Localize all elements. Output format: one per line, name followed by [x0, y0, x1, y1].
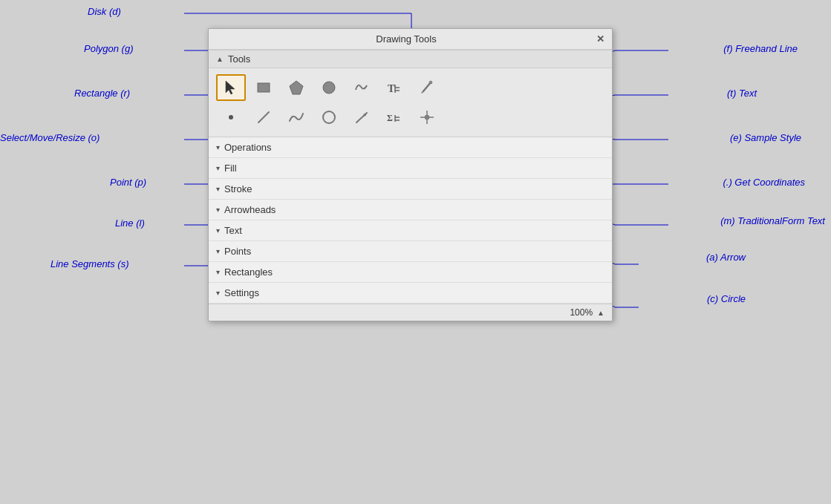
- panel-item-stroke[interactable]: ▾ Stroke: [209, 179, 612, 200]
- label-rectangle: Rectangle (r): [74, 88, 130, 99]
- panel-item-points[interactable]: ▾ Points: [209, 241, 612, 262]
- arrowheads-arrow: ▾: [216, 206, 220, 214]
- operations-label: Operations: [224, 142, 272, 153]
- svg-line-40: [258, 112, 269, 122]
- toolbar-row-2: Σ: [216, 104, 604, 131]
- svg-rect-29: [258, 83, 270, 92]
- svg-point-41: [323, 111, 335, 123]
- disk-tool[interactable]: [314, 74, 344, 101]
- label-traditional-form-text: (m) TraditionalForm Text: [720, 215, 825, 226]
- label-line: Line (l): [115, 217, 145, 229]
- toolbar-area: T: [209, 68, 612, 137]
- svg-text:Σ: Σ: [387, 113, 393, 123]
- label-disk: Disk (d): [88, 6, 121, 17]
- get-coordinates-tool[interactable]: [412, 104, 442, 131]
- label-point: Point (p): [110, 177, 146, 188]
- text-label: Text: [224, 225, 242, 236]
- arrow-tool[interactable]: [347, 104, 377, 131]
- settings-label: Settings: [224, 287, 259, 298]
- tools-section-header[interactable]: ▲ Tools: [209, 50, 612, 68]
- circle-tool[interactable]: [314, 104, 344, 131]
- drawing-tools-dialog: Drawing Tools ✕ ▲ Tools: [208, 28, 613, 321]
- panel-item-text[interactable]: ▾ Text: [209, 220, 612, 241]
- toolbar-row-1: T: [216, 74, 604, 101]
- panel-items: ▾ Operations ▾ Fill ▾ Stroke ▾ Arrowhead…: [209, 137, 612, 304]
- svg-marker-28: [226, 81, 235, 94]
- label-line-segments: Line Segments (s): [50, 258, 129, 269]
- svg-text:T: T: [388, 83, 395, 94]
- dialog-titlebar: Drawing Tools ✕: [209, 29, 612, 50]
- panel-item-rectangles[interactable]: ▾ Rectangles: [209, 262, 612, 283]
- dialog-title: Drawing Tools: [216, 33, 596, 45]
- fill-label: Fill: [224, 163, 237, 174]
- rectangles-label: Rectangles: [224, 266, 273, 278]
- label-freehand-line: (f) Freehand Line: [723, 43, 798, 54]
- label-text-tool: (t) Text: [727, 88, 757, 99]
- stroke-arrow: ▾: [216, 185, 220, 193]
- line-tool[interactable]: [249, 104, 278, 131]
- rectangles-arrow: ▾: [216, 268, 220, 276]
- sample-style-tool[interactable]: [412, 74, 442, 101]
- dialog-footer: 100% ▲: [209, 304, 612, 321]
- label-sample-style: (e) Sample Style: [730, 132, 801, 143]
- freehand-line-tool[interactable]: [347, 74, 377, 101]
- point-tool[interactable]: [216, 104, 246, 131]
- panel-item-arrowheads[interactable]: ▾ Arrowheads: [209, 200, 612, 220]
- svg-point-38: [429, 81, 432, 84]
- svg-point-39: [229, 115, 233, 120]
- operations-arrow: ▾: [216, 143, 220, 151]
- arrowheads-label: Arrowheads: [224, 204, 276, 215]
- traditional-form-text-tool[interactable]: Σ: [379, 104, 409, 131]
- label-arrow-tool: (a) Arrow: [706, 252, 746, 263]
- tools-section-label: Tools: [228, 53, 250, 65]
- rectangle-tool[interactable]: [249, 74, 278, 101]
- panel-item-fill[interactable]: ▾ Fill: [209, 158, 612, 179]
- settings-arrow: ▾: [216, 289, 220, 297]
- label-get-coordinates: (.) Get Coordinates: [723, 177, 805, 188]
- svg-line-37: [422, 91, 423, 93]
- zoom-level: 100%: [570, 307, 593, 318]
- panel-item-settings[interactable]: ▾ Settings: [209, 283, 612, 304]
- close-button[interactable]: ✕: [596, 33, 604, 45]
- label-polygon: Polygon (g): [84, 43, 133, 54]
- svg-line-36: [423, 82, 431, 91]
- svg-point-31: [323, 82, 335, 94]
- panel-item-operations[interactable]: ▾ Operations: [209, 137, 612, 158]
- points-arrow: ▾: [216, 247, 220, 255]
- fill-arrow: ▾: [216, 164, 220, 172]
- polygon-tool[interactable]: [281, 74, 311, 101]
- label-select-move-resize: Select/Move/Resize (o): [0, 132, 100, 143]
- text-arrow: ▾: [216, 226, 220, 235]
- select-move-resize-tool[interactable]: [216, 74, 246, 101]
- label-circle-tool: (c) Circle: [707, 293, 746, 304]
- stroke-label: Stroke: [224, 183, 252, 194]
- tools-section-arrow: ▲: [216, 55, 224, 63]
- line-segments-tool[interactable]: [281, 104, 311, 131]
- svg-marker-30: [290, 81, 303, 94]
- footer-arrow[interactable]: ▲: [597, 309, 604, 317]
- points-label: Points: [224, 246, 251, 257]
- text-tool[interactable]: T: [379, 74, 409, 101]
